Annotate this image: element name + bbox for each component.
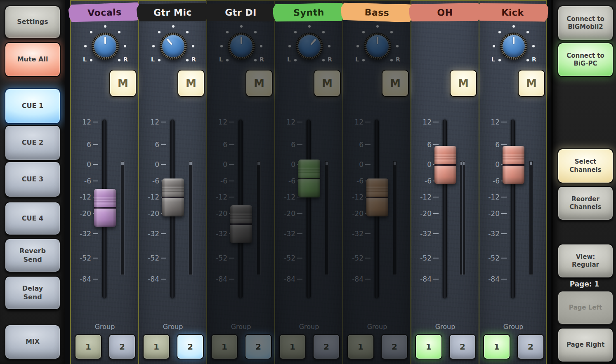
scale-tick: -32 xyxy=(413,230,439,238)
pan-tick-dot xyxy=(186,59,189,61)
fader-handle[interactable] xyxy=(162,178,184,216)
channel-strip-synth: LRM1260-6-12-20-32-52-84Group12Synth xyxy=(274,0,342,364)
scale-tick: -52 xyxy=(141,254,166,262)
group-1-button[interactable]: 1 xyxy=(75,334,102,359)
group-label: Group xyxy=(488,323,539,331)
pan-left-label: L xyxy=(78,56,87,63)
knob-pointer-icon xyxy=(104,37,106,44)
group-label: Group xyxy=(420,323,471,331)
scale-tick: -32 xyxy=(73,230,98,238)
scale-tick: -20 xyxy=(481,209,507,218)
pan-right-label: R xyxy=(532,56,541,63)
pan-tick-dot xyxy=(104,25,106,28)
scale-tick: 6 xyxy=(73,141,98,149)
channel-strips: LRM1260-6-12-20-32-52-84Group12VocalsLRM… xyxy=(65,0,553,364)
group-label: Group xyxy=(147,323,198,331)
channel-tab-bass[interactable]: Bass xyxy=(340,2,413,23)
scale-tick: -12 xyxy=(481,193,507,201)
pan-tick-dot xyxy=(512,25,515,28)
level-meter-peak xyxy=(189,162,192,165)
pan-tick-dot xyxy=(172,25,175,28)
mute-all-button[interactable]: Mute All xyxy=(5,42,61,77)
pan-knob[interactable] xyxy=(160,33,187,60)
scale-tick: -6 xyxy=(73,177,98,185)
scale-tick: -84 xyxy=(73,275,98,283)
select-channels-button[interactable]: Select Channels xyxy=(557,148,614,183)
mute-button[interactable]: M xyxy=(450,70,477,97)
fader-handle-bottom xyxy=(94,209,116,227)
channel-tab-oh[interactable]: OH xyxy=(409,3,481,22)
fader-handle-top xyxy=(94,189,116,207)
scale-tick: 12 xyxy=(73,118,98,126)
pan-right-label: R xyxy=(123,56,132,63)
fader-handle[interactable] xyxy=(503,146,524,184)
pan-tick-dot xyxy=(124,45,126,47)
channel-tab-kick[interactable]: Kick xyxy=(477,3,548,22)
fader-handle[interactable] xyxy=(434,146,456,184)
cue-2-button[interactable]: CUE 2 xyxy=(5,125,61,161)
scale-tick: -32 xyxy=(481,230,507,238)
scale-tick: -84 xyxy=(141,275,166,283)
group-2-button[interactable]: 2 xyxy=(177,334,204,359)
dim-overlay xyxy=(343,1,411,364)
fader-handle-top xyxy=(503,146,524,164)
group-2-button[interactable]: 2 xyxy=(517,334,544,359)
connect-bigmobil2-button[interactable]: Connect to BiGMobil2 xyxy=(557,5,614,41)
scale-tick: -52 xyxy=(413,254,439,262)
mute-button[interactable]: M xyxy=(109,70,137,97)
pan-knob[interactable] xyxy=(92,33,119,60)
channel-strip-bass: LRM1260-6-12-20-32-52-84Group12Bass xyxy=(342,0,411,364)
scale-tick: 6 xyxy=(141,141,166,149)
group-2-button[interactable]: 2 xyxy=(449,334,476,359)
dim-overlay xyxy=(207,1,274,364)
cue-1-button[interactable]: CUE 1 xyxy=(5,88,61,124)
scale-tick: -20 xyxy=(413,209,439,218)
group-1-button[interactable]: 1 xyxy=(415,334,442,359)
group-1-button[interactable]: 1 xyxy=(143,334,170,359)
channel-tab-gtr-di[interactable]: Gtr DI xyxy=(205,3,277,22)
fader-handle-top xyxy=(434,146,456,164)
pan-tick-dot xyxy=(532,45,535,47)
mute-button[interactable]: M xyxy=(177,70,205,97)
channel-strip-gtr-mic: LRM1260-6-12-20-32-52-84Group12Gtr Mic xyxy=(138,0,206,364)
page-left-button[interactable]: Page Left xyxy=(557,291,614,325)
level-meter xyxy=(189,161,193,275)
fader-handle-top xyxy=(162,178,184,197)
pan-tick-dot xyxy=(158,59,160,61)
page-right-button[interactable]: Page Right xyxy=(557,328,614,362)
cue-3-button[interactable]: CUE 3 xyxy=(5,161,61,197)
cue-4-button[interactable]: CUE 4 xyxy=(5,202,61,235)
reorder-channels-button[interactable]: Reorder Channels xyxy=(557,186,614,221)
scale-tick: -84 xyxy=(413,275,439,283)
level-meter xyxy=(460,161,465,275)
right-panel: Page: 1 Connect to BiGMobil2Connect to B… xyxy=(551,0,616,364)
knob-pointer-rotation xyxy=(158,31,189,62)
knob-pointer-rotation xyxy=(503,35,525,57)
channel-tab-vocals[interactable]: Vocals xyxy=(68,2,141,23)
pan-right-label: R xyxy=(191,56,201,63)
pan-knob[interactable] xyxy=(500,33,527,60)
view-regular-button[interactable]: View: Regular xyxy=(557,244,614,278)
pan-tick-dot xyxy=(84,45,87,47)
pan-tick-dot xyxy=(152,45,155,47)
pan-tick-dot xyxy=(493,45,495,47)
connect-bigpc-button[interactable]: Connect to BiG-PC xyxy=(557,42,614,77)
scale-tick: 0 xyxy=(141,160,166,169)
delay-send-button[interactable]: Delay Send xyxy=(5,276,61,310)
pan-tick-dot xyxy=(192,45,194,47)
group-2-button[interactable]: 2 xyxy=(109,334,136,359)
settings-button[interactable]: Settings xyxy=(5,5,61,39)
channel-tab-synth[interactable]: Synth xyxy=(273,3,345,22)
fader-handle-bottom xyxy=(503,166,524,184)
knob-pointer-icon xyxy=(167,38,173,45)
pan-tick-dot xyxy=(526,59,529,61)
level-meter xyxy=(529,161,533,275)
channel-tab-gtr-mic[interactable]: Gtr Mic xyxy=(137,3,209,21)
fader-handle[interactable] xyxy=(94,189,116,227)
mute-button[interactable]: M xyxy=(518,70,545,97)
pan-tick-dot xyxy=(498,59,501,61)
reverb-send-button[interactable]: Reverb Send xyxy=(5,238,61,272)
mix-button[interactable]: MIX xyxy=(5,324,61,359)
fader-handle-bottom xyxy=(162,198,184,216)
group-1-button[interactable]: 1 xyxy=(483,334,510,359)
